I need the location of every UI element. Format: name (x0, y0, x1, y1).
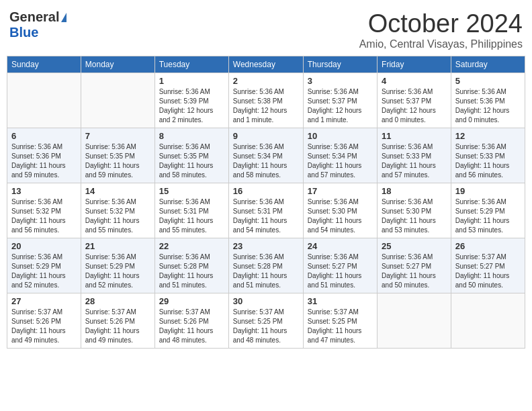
day-number: 7 (85, 131, 150, 141)
day-info: Sunrise: 5:36 AMSunset: 5:28 PMDaylight:… (233, 253, 299, 290)
day-number: 27 (11, 296, 77, 306)
day-number: 15 (159, 186, 224, 196)
calendar-cell: 4Sunrise: 5:36 AMSunset: 5:37 PMDaylight… (378, 73, 451, 128)
calendar-cell: 1Sunrise: 5:36 AMSunset: 5:39 PMDaylight… (154, 73, 228, 128)
day-info: Sunrise: 5:37 AMSunset: 5:27 PMDaylight:… (455, 253, 521, 290)
calendar-header-sunday: Sunday (7, 56, 81, 73)
calendar-header-saturday: Saturday (451, 56, 525, 73)
day-info: Sunrise: 5:37 AMSunset: 5:26 PMDaylight:… (11, 308, 77, 345)
calendar-cell: 2Sunrise: 5:36 AMSunset: 5:38 PMDaylight… (228, 73, 303, 128)
calendar-cell: 21Sunrise: 5:36 AMSunset: 5:29 PMDayligh… (81, 238, 154, 293)
calendar-cell: 24Sunrise: 5:36 AMSunset: 5:27 PMDayligh… (303, 238, 377, 293)
day-number: 22 (159, 241, 224, 251)
day-info: Sunrise: 5:36 AMSunset: 5:35 PMDaylight:… (159, 142, 224, 180)
logo-general-text: General (9, 9, 59, 25)
calendar-body: 1Sunrise: 5:36 AMSunset: 5:39 PMDaylight… (7, 73, 525, 349)
day-number: 20 (11, 241, 77, 251)
day-info: Sunrise: 5:36 AMSunset: 5:27 PMDaylight:… (308, 253, 373, 290)
day-number: 23 (233, 241, 299, 251)
day-info: Sunrise: 5:37 AMSunset: 5:25 PMDaylight:… (233, 308, 299, 345)
calendar-header-monday: Monday (81, 56, 154, 73)
day-info: Sunrise: 5:36 AMSunset: 5:32 PMDaylight:… (85, 197, 150, 235)
calendar-header-friday: Friday (378, 56, 451, 73)
calendar-cell: 20Sunrise: 5:36 AMSunset: 5:29 PMDayligh… (7, 238, 81, 293)
day-number: 17 (308, 186, 373, 196)
calendar-cell: 17Sunrise: 5:36 AMSunset: 5:30 PMDayligh… (303, 183, 377, 238)
day-number: 5 (455, 76, 521, 86)
day-number: 2 (233, 76, 299, 86)
calendar-cell: 29Sunrise: 5:37 AMSunset: 5:26 PMDayligh… (154, 293, 228, 349)
day-info: Sunrise: 5:37 AMSunset: 5:26 PMDaylight:… (159, 308, 224, 345)
day-info: Sunrise: 5:36 AMSunset: 5:31 PMDaylight:… (159, 197, 224, 235)
month-title: October 2024 (359, 9, 523, 38)
day-number: 14 (85, 186, 150, 196)
day-number: 30 (233, 296, 299, 306)
calendar-cell: 8Sunrise: 5:36 AMSunset: 5:35 PMDaylight… (154, 128, 228, 183)
day-number: 1 (159, 76, 224, 86)
day-number: 4 (382, 76, 447, 86)
calendar-cell: 10Sunrise: 5:36 AMSunset: 5:34 PMDayligh… (303, 128, 377, 183)
day-number: 24 (308, 241, 373, 251)
logo-blue-text: Blue (9, 25, 38, 40)
calendar-cell: 16Sunrise: 5:36 AMSunset: 5:31 PMDayligh… (228, 183, 303, 238)
calendar-cell: 14Sunrise: 5:36 AMSunset: 5:32 PMDayligh… (81, 183, 154, 238)
calendar-cell: 26Sunrise: 5:37 AMSunset: 5:27 PMDayligh… (451, 238, 525, 293)
day-info: Sunrise: 5:36 AMSunset: 5:36 PMDaylight:… (11, 142, 77, 180)
calendar-cell: 30Sunrise: 5:37 AMSunset: 5:25 PMDayligh… (228, 293, 303, 349)
calendar-cell: 6Sunrise: 5:36 AMSunset: 5:36 PMDaylight… (7, 128, 81, 183)
day-info: Sunrise: 5:36 AMSunset: 5:30 PMDaylight:… (382, 197, 447, 235)
calendar-cell: 23Sunrise: 5:36 AMSunset: 5:28 PMDayligh… (228, 238, 303, 293)
calendar-cell: 31Sunrise: 5:37 AMSunset: 5:25 PMDayligh… (303, 293, 377, 349)
calendar-week-row: 6Sunrise: 5:36 AMSunset: 5:36 PMDaylight… (7, 128, 525, 183)
day-number: 18 (382, 186, 447, 196)
day-number: 31 (308, 296, 373, 306)
calendar-cell: 15Sunrise: 5:36 AMSunset: 5:31 PMDayligh… (154, 183, 228, 238)
day-info: Sunrise: 5:36 AMSunset: 5:37 PMDaylight:… (308, 87, 373, 125)
calendar-cell: 19Sunrise: 5:36 AMSunset: 5:29 PMDayligh… (451, 183, 525, 238)
calendar-cell (378, 293, 451, 349)
day-info: Sunrise: 5:36 AMSunset: 5:38 PMDaylight:… (233, 87, 299, 125)
day-number: 28 (85, 296, 150, 306)
day-info: Sunrise: 5:36 AMSunset: 5:35 PMDaylight:… (85, 142, 150, 180)
day-number: 8 (159, 131, 224, 141)
day-info: Sunrise: 5:36 AMSunset: 5:33 PMDaylight:… (382, 142, 447, 180)
day-number: 21 (85, 241, 150, 251)
day-info: Sunrise: 5:36 AMSunset: 5:37 PMDaylight:… (382, 87, 447, 125)
day-info: Sunrise: 5:36 AMSunset: 5:32 PMDaylight:… (11, 197, 77, 235)
day-info: Sunrise: 5:36 AMSunset: 5:34 PMDaylight:… (308, 142, 373, 180)
day-number: 3 (308, 76, 373, 86)
calendar-cell: 5Sunrise: 5:36 AMSunset: 5:36 PMDaylight… (451, 73, 525, 128)
day-info: Sunrise: 5:36 AMSunset: 5:29 PMDaylight:… (455, 197, 521, 235)
calendar-cell (7, 73, 81, 128)
day-info: Sunrise: 5:36 AMSunset: 5:31 PMDaylight:… (233, 197, 299, 235)
calendar-cell: 18Sunrise: 5:36 AMSunset: 5:30 PMDayligh… (378, 183, 451, 238)
calendar-table: SundayMondayTuesdayWednesdayThursdayFrid… (7, 56, 525, 349)
calendar-week-row: 20Sunrise: 5:36 AMSunset: 5:29 PMDayligh… (7, 238, 525, 293)
calendar-cell (81, 73, 154, 128)
day-info: Sunrise: 5:36 AMSunset: 5:36 PMDaylight:… (455, 87, 521, 125)
location-title: Amio, Central Visayas, Philippines (359, 38, 523, 50)
calendar-cell: 27Sunrise: 5:37 AMSunset: 5:26 PMDayligh… (7, 293, 81, 349)
calendar-header-wednesday: Wednesday (228, 56, 303, 73)
title-section: October 2024 Amio, Central Visayas, Phil… (359, 9, 523, 50)
calendar-cell: 13Sunrise: 5:36 AMSunset: 5:32 PMDayligh… (7, 183, 81, 238)
day-number: 12 (455, 131, 521, 141)
day-number: 29 (159, 296, 224, 306)
day-number: 19 (455, 186, 521, 196)
calendar-cell: 9Sunrise: 5:36 AMSunset: 5:34 PMDaylight… (228, 128, 303, 183)
day-number: 26 (455, 241, 521, 251)
day-info: Sunrise: 5:37 AMSunset: 5:26 PMDaylight:… (85, 308, 150, 345)
day-info: Sunrise: 5:36 AMSunset: 5:28 PMDaylight:… (159, 253, 224, 290)
day-info: Sunrise: 5:36 AMSunset: 5:30 PMDaylight:… (308, 197, 373, 235)
calendar-cell: 11Sunrise: 5:36 AMSunset: 5:33 PMDayligh… (378, 128, 451, 183)
day-info: Sunrise: 5:36 AMSunset: 5:29 PMDaylight:… (85, 253, 150, 290)
calendar-header-tuesday: Tuesday (154, 56, 228, 73)
calendar-cell: 12Sunrise: 5:36 AMSunset: 5:33 PMDayligh… (451, 128, 525, 183)
calendar-header-row: SundayMondayTuesdayWednesdayThursdayFrid… (7, 56, 525, 73)
calendar-cell: 28Sunrise: 5:37 AMSunset: 5:26 PMDayligh… (81, 293, 154, 349)
day-info: Sunrise: 5:36 AMSunset: 5:39 PMDaylight:… (159, 87, 224, 125)
calendar-cell: 25Sunrise: 5:36 AMSunset: 5:27 PMDayligh… (378, 238, 451, 293)
day-number: 11 (382, 131, 447, 141)
day-number: 6 (11, 131, 77, 141)
day-number: 13 (11, 186, 77, 196)
